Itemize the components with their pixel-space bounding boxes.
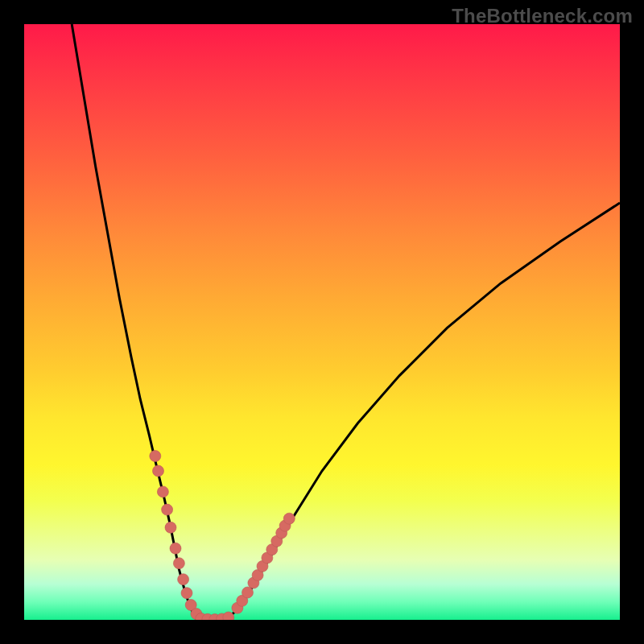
data-marker [181,588,192,599]
data-marker [150,451,161,462]
chart-frame: TheBottleneck.com [0,0,644,644]
data-marker [178,574,189,585]
chart-svg [24,24,620,620]
data-marker [283,513,295,524]
bottleneck-curve [72,24,620,620]
data-marker [162,504,173,515]
data-marker [170,543,181,554]
data-marker [157,486,168,497]
plot-area [24,24,620,620]
watermark-text: TheBottleneck.com [452,5,633,27]
data-marker [242,587,254,598]
data-marker [153,465,164,477]
data-marker [173,558,184,569]
data-marker [165,522,176,533]
